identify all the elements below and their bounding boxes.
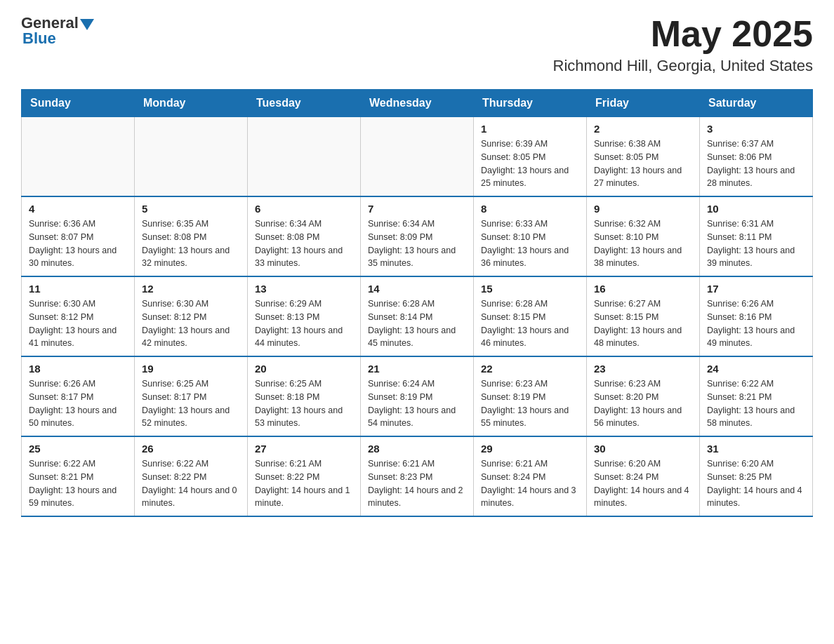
calendar-cell: 5Sunrise: 6:35 AMSunset: 8:08 PMDaylight… [135, 196, 248, 276]
calendar-week-row: 4Sunrise: 6:36 AMSunset: 8:07 PMDaylight… [22, 196, 813, 276]
calendar-cell: 20Sunrise: 6:25 AMSunset: 8:18 PMDayligh… [248, 356, 361, 436]
day-number: 31 [707, 443, 805, 455]
calendar-cell: 19Sunrise: 6:25 AMSunset: 8:17 PMDayligh… [135, 356, 248, 436]
calendar-cell: 31Sunrise: 6:20 AMSunset: 8:25 PMDayligh… [700, 436, 813, 516]
calendar-cell [22, 117, 135, 197]
day-number: 18 [29, 363, 127, 375]
day-number: 28 [368, 443, 466, 455]
calendar-header-row: SundayMondayTuesdayWednesdayThursdayFrid… [22, 90, 813, 117]
day-of-week-header: Monday [135, 90, 248, 117]
day-info: Sunrise: 6:26 AMSunset: 8:17 PMDaylight:… [29, 377, 127, 430]
logo: General Blue [21, 14, 94, 48]
calendar-cell: 1Sunrise: 6:39 AMSunset: 8:05 PMDaylight… [474, 117, 587, 197]
day-number: 26 [142, 443, 240, 455]
logo-blue: Blue [22, 29, 56, 48]
day-info: Sunrise: 6:21 AMSunset: 8:23 PMDaylight:… [368, 457, 466, 510]
day-info: Sunrise: 6:23 AMSunset: 8:19 PMDaylight:… [481, 377, 579, 430]
day-info: Sunrise: 6:22 AMSunset: 8:21 PMDaylight:… [29, 457, 127, 510]
day-info: Sunrise: 6:26 AMSunset: 8:16 PMDaylight:… [707, 297, 805, 350]
calendar-cell [135, 117, 248, 197]
day-number: 7 [368, 203, 466, 215]
day-number: 10 [707, 203, 805, 215]
calendar-cell: 8Sunrise: 6:33 AMSunset: 8:10 PMDaylight… [474, 196, 587, 276]
calendar-cell: 4Sunrise: 6:36 AMSunset: 8:07 PMDaylight… [22, 196, 135, 276]
calendar-cell: 9Sunrise: 6:32 AMSunset: 8:10 PMDaylight… [587, 196, 700, 276]
day-info: Sunrise: 6:32 AMSunset: 8:10 PMDaylight:… [594, 217, 692, 270]
day-number: 9 [594, 203, 692, 215]
day-number: 6 [255, 203, 353, 215]
day-info: Sunrise: 6:30 AMSunset: 8:12 PMDaylight:… [142, 297, 240, 350]
day-number: 27 [255, 443, 353, 455]
calendar-subtitle: Richmond Hill, Georgia, United States [553, 57, 814, 75]
day-info: Sunrise: 6:34 AMSunset: 8:08 PMDaylight:… [255, 217, 353, 270]
day-info: Sunrise: 6:29 AMSunset: 8:13 PMDaylight:… [255, 297, 353, 350]
day-info: Sunrise: 6:22 AMSunset: 8:22 PMDaylight:… [142, 457, 240, 510]
calendar-cell: 14Sunrise: 6:28 AMSunset: 8:14 PMDayligh… [361, 276, 474, 356]
day-info: Sunrise: 6:30 AMSunset: 8:12 PMDaylight:… [29, 297, 127, 350]
day-info: Sunrise: 6:39 AMSunset: 8:05 PMDaylight:… [481, 137, 579, 190]
day-info: Sunrise: 6:25 AMSunset: 8:18 PMDaylight:… [255, 377, 353, 430]
day-info: Sunrise: 6:31 AMSunset: 8:11 PMDaylight:… [707, 217, 805, 270]
calendar-week-row: 25Sunrise: 6:22 AMSunset: 8:21 PMDayligh… [22, 436, 813, 516]
day-number: 29 [481, 443, 579, 455]
calendar-week-row: 11Sunrise: 6:30 AMSunset: 8:12 PMDayligh… [22, 276, 813, 356]
calendar-cell: 15Sunrise: 6:28 AMSunset: 8:15 PMDayligh… [474, 276, 587, 356]
calendar-week-row: 18Sunrise: 6:26 AMSunset: 8:17 PMDayligh… [22, 356, 813, 436]
day-info: Sunrise: 6:20 AMSunset: 8:25 PMDaylight:… [707, 457, 805, 510]
day-number: 25 [29, 443, 127, 455]
calendar-cell: 11Sunrise: 6:30 AMSunset: 8:12 PMDayligh… [22, 276, 135, 356]
calendar-cell: 22Sunrise: 6:23 AMSunset: 8:19 PMDayligh… [474, 356, 587, 436]
day-of-week-header: Tuesday [248, 90, 361, 117]
calendar-cell: 18Sunrise: 6:26 AMSunset: 8:17 PMDayligh… [22, 356, 135, 436]
day-info: Sunrise: 6:36 AMSunset: 8:07 PMDaylight:… [29, 217, 127, 270]
day-number: 5 [142, 203, 240, 215]
logo-triangle-icon [80, 19, 94, 30]
day-info: Sunrise: 6:25 AMSunset: 8:17 PMDaylight:… [142, 377, 240, 430]
day-number: 16 [594, 283, 692, 295]
calendar-cell: 29Sunrise: 6:21 AMSunset: 8:24 PMDayligh… [474, 436, 587, 516]
calendar-cell: 28Sunrise: 6:21 AMSunset: 8:23 PMDayligh… [361, 436, 474, 516]
page-header: General Blue May 2025 Richmond Hill, Geo… [21, 14, 813, 75]
day-number: 12 [142, 283, 240, 295]
calendar-cell: 6Sunrise: 6:34 AMSunset: 8:08 PMDaylight… [248, 196, 361, 276]
day-of-week-header: Thursday [474, 90, 587, 117]
calendar-cell: 21Sunrise: 6:24 AMSunset: 8:19 PMDayligh… [361, 356, 474, 436]
day-number: 24 [707, 363, 805, 375]
calendar-cell: 23Sunrise: 6:23 AMSunset: 8:20 PMDayligh… [587, 356, 700, 436]
day-info: Sunrise: 6:27 AMSunset: 8:15 PMDaylight:… [594, 297, 692, 350]
day-number: 17 [707, 283, 805, 295]
day-info: Sunrise: 6:20 AMSunset: 8:24 PMDaylight:… [594, 457, 692, 510]
day-number: 20 [255, 363, 353, 375]
day-number: 1 [481, 123, 579, 135]
day-number: 8 [481, 203, 579, 215]
day-number: 21 [368, 363, 466, 375]
day-info: Sunrise: 6:35 AMSunset: 8:08 PMDaylight:… [142, 217, 240, 270]
day-number: 15 [481, 283, 579, 295]
day-number: 13 [255, 283, 353, 295]
calendar-title: May 2025 [553, 14, 814, 54]
day-info: Sunrise: 6:21 AMSunset: 8:22 PMDaylight:… [255, 457, 353, 510]
calendar-cell [248, 117, 361, 197]
calendar-week-row: 1Sunrise: 6:39 AMSunset: 8:05 PMDaylight… [22, 117, 813, 197]
calendar-cell: 27Sunrise: 6:21 AMSunset: 8:22 PMDayligh… [248, 436, 361, 516]
day-number: 14 [368, 283, 466, 295]
day-info: Sunrise: 6:28 AMSunset: 8:14 PMDaylight:… [368, 297, 466, 350]
calendar-cell: 13Sunrise: 6:29 AMSunset: 8:13 PMDayligh… [248, 276, 361, 356]
calendar-cell: 25Sunrise: 6:22 AMSunset: 8:21 PMDayligh… [22, 436, 135, 516]
day-number: 3 [707, 123, 805, 135]
calendar-table: SundayMondayTuesdayWednesdayThursdayFrid… [21, 89, 813, 517]
day-info: Sunrise: 6:22 AMSunset: 8:21 PMDaylight:… [707, 377, 805, 430]
day-of-week-header: Friday [587, 90, 700, 117]
calendar-cell: 30Sunrise: 6:20 AMSunset: 8:24 PMDayligh… [587, 436, 700, 516]
day-number: 2 [594, 123, 692, 135]
day-info: Sunrise: 6:23 AMSunset: 8:20 PMDaylight:… [594, 377, 692, 430]
title-section: May 2025 Richmond Hill, Georgia, United … [553, 14, 814, 75]
calendar-cell: 16Sunrise: 6:27 AMSunset: 8:15 PMDayligh… [587, 276, 700, 356]
day-info: Sunrise: 6:28 AMSunset: 8:15 PMDaylight:… [481, 297, 579, 350]
day-info: Sunrise: 6:34 AMSunset: 8:09 PMDaylight:… [368, 217, 466, 270]
day-of-week-header: Wednesday [361, 90, 474, 117]
day-info: Sunrise: 6:33 AMSunset: 8:10 PMDaylight:… [481, 217, 579, 270]
day-info: Sunrise: 6:21 AMSunset: 8:24 PMDaylight:… [481, 457, 579, 510]
calendar-cell: 26Sunrise: 6:22 AMSunset: 8:22 PMDayligh… [135, 436, 248, 516]
day-info: Sunrise: 6:24 AMSunset: 8:19 PMDaylight:… [368, 377, 466, 430]
